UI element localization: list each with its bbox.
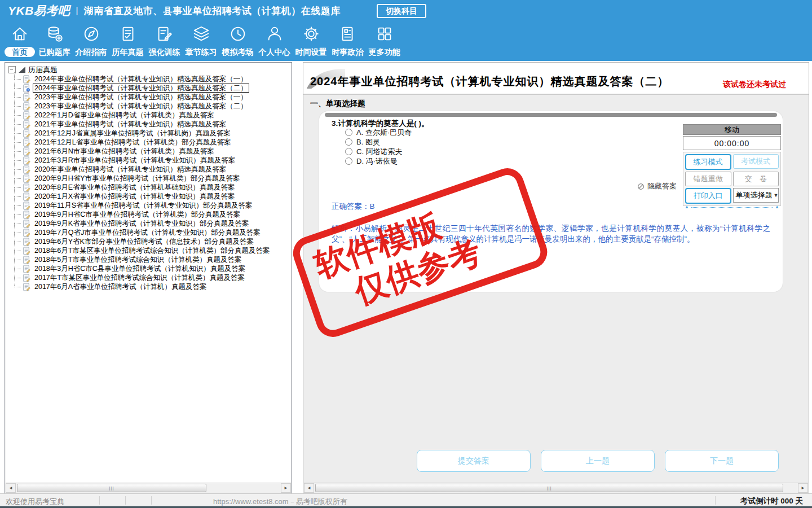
chevron-down-icon: ▼ — [774, 192, 779, 198]
nav-item-database[interactable]: 已购题库 — [36, 24, 73, 57]
app-logo: YKB易考吧 — [8, 3, 70, 19]
statusbar-divider — [125, 496, 126, 505]
nav-item-home[interactable]: 首页 — [3, 24, 36, 57]
hide-answer-toggle[interactable]: 隐藏答案 — [637, 181, 677, 191]
radio-icon[interactable] — [345, 157, 352, 165]
nav-item-news[interactable]: 时事政治 — [329, 24, 366, 57]
nav-item-user[interactable]: 个人中心 — [256, 24, 293, 57]
tree-item[interactable]: 2020年9月H省Y市事业单位招聘考试（计算机类）部分真题及答案 — [23, 174, 292, 183]
question-type-select[interactable]: 单项选择题▼ — [733, 188, 779, 203]
tree-item[interactable]: 2021年事业单位招聘考试（计算机专业知识）精选真题及答案 — [23, 120, 292, 129]
redo-wrong-button[interactable]: 错题重做 — [685, 172, 731, 186]
doc-edit-icon — [23, 174, 30, 183]
tree-item[interactable]: 2023年事业单位招聘考试（计算机专业知识）精选真题及答案（二） — [23, 102, 292, 111]
tree-item[interactable]: 2019年9月K省事业单位招聘考试（计算机专业知识）部分真题及答案 — [23, 219, 292, 228]
tree-item[interactable]: 2017年T市某区事业单位招聘考试综合知识（计算机类）真题及答案 — [23, 273, 292, 282]
tree-item[interactable]: 2021年12月L省事业单位招聘考试（计算机类）部分真题及答案 — [23, 138, 292, 147]
option-A[interactable]: A. 查尔斯·巴贝奇 — [345, 128, 412, 137]
scroll-left-icon[interactable]: ◄ — [6, 483, 16, 493]
option-label: C. 阿塔诺索夫 — [356, 147, 403, 157]
nav-item-training[interactable]: 强化训练 — [146, 24, 183, 57]
nav-item-exam-doc[interactable]: 历年真题 — [109, 24, 146, 57]
nav-item-clock[interactable]: 模拟考场 — [219, 24, 256, 57]
tree-item[interactable]: 2019年6月Y省K市部分事业单位招聘考试（信息技术）部分真题及答案 — [23, 237, 292, 246]
scroll-right-icon[interactable]: ► — [798, 483, 808, 493]
scroll-right-icon[interactable]: ► — [281, 483, 291, 493]
sidebar-hscrollbar[interactable]: ◄ ||| ► — [6, 483, 291, 493]
paper-title-bar: 2024年事业单位招聘考试（计算机专业知识）精选真题及答案（二） — [303, 63, 809, 95]
tree-item[interactable]: 2018年6月T市某区事业单位招聘考试综合知识（计算机类）部分真题及答案 — [23, 246, 292, 255]
exam-countdown: 考试倒计时 000 天 — [740, 496, 803, 506]
tree-item-label: 2019年7月Q省J市事业单位招聘考试（计算机专业知识）部分真题及答案 — [33, 229, 262, 237]
panel-mini-scrollbar[interactable]: ▲ ▲ — [685, 205, 779, 209]
folder-icon — [19, 67, 25, 73]
scroll-grip-icon: ||| — [546, 486, 551, 491]
doc-edit-icon — [23, 138, 30, 147]
section-title: 一、单项选择题 — [310, 99, 365, 109]
tree-item[interactable]: 2024年事业单位招聘考试（计算机专业知识）精选真题及答案（一） — [23, 75, 292, 84]
tree-item[interactable]: 2024年事业单位招聘考试（计算机专业知识）精选真题及答案（二） — [23, 84, 292, 93]
content-hscrollbar[interactable]: ◄ ||| ► — [304, 483, 808, 493]
gear-icon — [302, 24, 321, 44]
grid-icon — [375, 24, 394, 44]
tree-item-label: 2019年6月Y省K市部分事业单位招聘考试（信息技术）部分真题及答案 — [33, 238, 255, 246]
submit-answer-button[interactable]: 提交答案 — [417, 450, 531, 472]
tree-item[interactable]: 2021年3月R市事业单位招聘考试（计算机专业知识）真题及答案 — [23, 156, 292, 165]
tree-root[interactable]: 历届真题 — [8, 65, 292, 75]
tree-item[interactable]: 2021年6月N市事业单位招聘考试（计算机类）真题及答案 — [23, 147, 292, 156]
slider-left-icon[interactable]: ▲ — [685, 205, 689, 209]
tree-item[interactable]: 2018年3月H省C市C县事业单位招聘考试（计算机知识）真题及答案 — [23, 264, 292, 273]
tree-item[interactable]: 2018年5月T市事业单位招聘考试综合知识（计算机类）真题及答案 — [23, 255, 292, 264]
submit-paper-button[interactable]: 交 卷 — [733, 172, 779, 186]
copyright-text: https://www.etest8.com－易考吧版权所有 — [213, 497, 347, 507]
tree-item-label: 2020年9月H省Y市事业单位招聘考试（计算机类）部分真题及答案 — [33, 174, 241, 182]
tree-item-label: 2018年5月T市事业单位招聘考试综合知识（计算机类）真题及答案 — [33, 256, 242, 264]
app-title: 湖南省直及地市、县事业单位招聘考试（计算机）在线题库 — [84, 5, 341, 17]
print-entry-button[interactable]: 打印入口 — [685, 188, 731, 204]
nav-item-label: 首页 — [5, 47, 35, 57]
prev-question-button[interactable]: 上一题 — [541, 450, 655, 472]
tree-item-label: 2023年事业单位招聘考试（计算机专业知识）精选真题及答案（一） — [33, 93, 249, 101]
nav-item-gear[interactable]: 时间设置 — [293, 24, 329, 57]
nav-item-compass[interactable]: 介绍指南 — [73, 24, 109, 57]
scrollbar-thumb[interactable]: ||| — [17, 484, 206, 492]
practice-mode-button[interactable]: 练习模式 — [685, 154, 731, 170]
tree-item[interactable]: 2020年事业单位招聘考试（计算机专业知识）精选真题及答案 — [23, 165, 292, 174]
tree-item[interactable]: 2020年1月X省事业单位招聘考试（计算机专业知识）真题及答案 — [23, 192, 292, 201]
nav-item-layers[interactable]: 章节练习 — [183, 24, 219, 57]
countdown-label: 考试倒计时 — [740, 497, 779, 505]
radio-icon[interactable] — [345, 138, 352, 146]
exam-mode-button[interactable]: 考试模式 — [733, 154, 779, 169]
option-B[interactable]: B. 图灵 — [345, 137, 412, 147]
scrollbar-thumb[interactable]: ||| — [315, 484, 783, 492]
option-D[interactable]: D. 冯·诺依曼 — [345, 156, 412, 166]
not-taken-notice: 该试卷还未考试过 — [723, 80, 786, 90]
slider-right-icon[interactable]: ▲ — [775, 205, 779, 209]
nav-item-label: 模拟考场 — [222, 47, 254, 57]
nav-item-label: 更多功能 — [369, 47, 400, 57]
exam-tree-items: 2024年事业单位招聘考试（计算机专业知识）精选真题及答案（一）2024年事业单… — [23, 75, 292, 291]
next-question-button[interactable]: 下一题 — [665, 450, 779, 472]
tree-item[interactable]: 2019年11月S省事业单位招聘考试（计算机专业知识）部分真题及答案 — [23, 201, 292, 210]
tree-item[interactable]: 2019年9月H省C市事业单位招聘考试（计算机类）部分真题及答案 — [23, 210, 292, 219]
scroll-left-icon[interactable]: ◄ — [304, 483, 314, 493]
question-drag-handle[interactable] — [325, 113, 777, 117]
tree-item[interactable]: 2020年8月E省事业单位招聘考试（计算机基础知识）真题及答案 — [23, 183, 292, 192]
tree-item[interactable]: 2023年事业单位招聘考试（计算机专业知识）精选真题及答案（一） — [23, 93, 292, 102]
switch-subject-button[interactable]: 切换科目 — [377, 4, 426, 18]
tree-item[interactable]: 2017年6月A省事业单位招聘考试（计算机）真题及答案 — [23, 282, 292, 291]
tree-item[interactable]: 2022年1月D省事业单位招聘考试（计算机类）真题及答案 — [23, 111, 292, 120]
option-C[interactable]: C. 阿塔诺索夫 — [345, 147, 412, 156]
tree-item[interactable]: 2021年12月J省直属事业单位招聘考试（计算机岗）真题及答案 — [23, 129, 292, 138]
tree-collapse-icon[interactable] — [8, 66, 16, 73]
doc-edit-icon — [23, 274, 30, 282]
radio-icon[interactable] — [345, 148, 352, 155]
control-panel-title[interactable]: 移动 — [683, 124, 781, 135]
scrollbar-track[interactable]: ||| — [314, 484, 798, 492]
hide-answer-label: 隐藏答案 — [647, 181, 677, 191]
scrollbar-track[interactable]: ||| — [16, 484, 281, 492]
nav-item-grid[interactable]: 更多功能 — [366, 24, 403, 57]
tree-item[interactable]: 2019年7月Q省J市事业单位招聘考试（计算机专业知识）部分真题及答案 — [23, 228, 292, 237]
tree-item-label: 2021年12月L省事业单位招聘考试（计算机类）部分真题及答案 — [33, 138, 232, 146]
radio-icon[interactable] — [345, 129, 352, 136]
